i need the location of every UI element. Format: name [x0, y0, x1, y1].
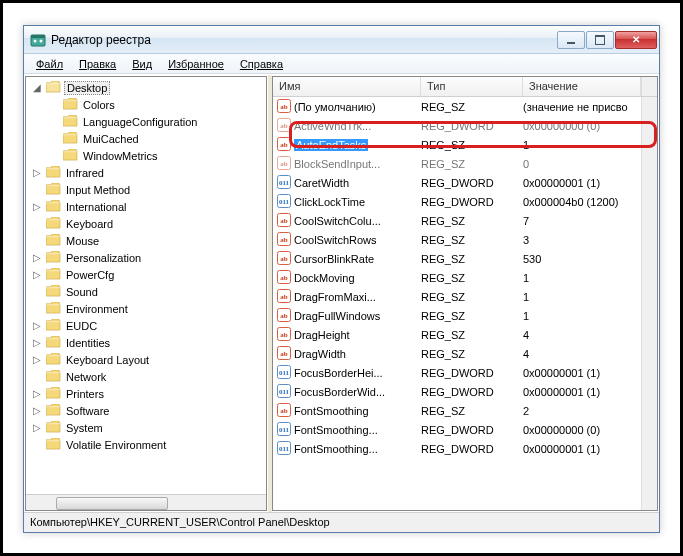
registry-value-row[interactable]: abFontSmoothingREG_SZ2	[273, 401, 641, 420]
registry-value-row[interactable]: abDockMovingREG_SZ1	[273, 268, 641, 287]
tree-item[interactable]: WindowMetrics	[26, 147, 266, 164]
registry-value-row[interactable]: abCursorBlinkRateREG_SZ530	[273, 249, 641, 268]
value-name: FontSmoothing...	[294, 424, 378, 436]
value-type: REG_DWORD	[421, 177, 523, 189]
registry-value-row[interactable]: abBlockSendInput...REG_SZ0	[273, 154, 641, 173]
menu-edit[interactable]: Правка	[71, 56, 124, 72]
registry-value-row[interactable]: abAutoEndTasksREG_SZ1	[273, 135, 641, 154]
registry-value-row[interactable]: ab(По умолчанию)REG_SZ(значение не присв…	[273, 97, 641, 116]
menu-view[interactable]: Вид	[124, 56, 160, 72]
value-type: REG_DWORD	[421, 443, 523, 455]
registry-value-row[interactable]: 011ClickLockTimeREG_DWORD0x000004b0 (120…	[273, 192, 641, 211]
tree-item-label: Desktop	[64, 81, 110, 95]
tree-expand-icon[interactable]: ▷	[30, 251, 43, 264]
tree-expand-icon[interactable]: ▷	[30, 166, 43, 179]
registry-value-row[interactable]: abCoolSwitchColu...REG_SZ7	[273, 211, 641, 230]
value-data: 530	[523, 253, 641, 265]
registry-values-list[interactable]: ab(По умолчанию)REG_SZ(значение не присв…	[273, 97, 641, 510]
folder-icon	[43, 166, 64, 180]
menu-help[interactable]: Справка	[232, 56, 291, 72]
tree-expand-icon[interactable]: ▷	[30, 200, 43, 213]
registry-value-row[interactable]: abDragWidthREG_SZ4	[273, 344, 641, 363]
tree-item[interactable]: ▷Printers	[26, 385, 266, 402]
value-data: 3	[523, 234, 641, 246]
registry-value-row[interactable]: 011CaretWidthREG_DWORD0x00000001 (1)	[273, 173, 641, 192]
tree-item[interactable]: ▷Personalization	[26, 249, 266, 266]
registry-value-row[interactable]: abActiveWndTrk...REG_DWORD0x00000000 (0)	[273, 116, 641, 135]
tree-item[interactable]: ▷International	[26, 198, 266, 215]
registry-value-row[interactable]: abDragFromMaxi...REG_SZ1	[273, 287, 641, 306]
column-header-value[interactable]: Значение	[523, 77, 641, 96]
tree-item-label: Colors	[81, 99, 117, 111]
value-type: REG_SZ	[421, 253, 523, 265]
column-header-type[interactable]: Тип	[421, 77, 523, 96]
tree-expand-icon[interactable]: ▷	[30, 421, 43, 434]
tree-view[interactable]: ◢DesktopColorsLanguageConfigurationMuiCa…	[26, 77, 266, 494]
tree-expand-icon[interactable]: ▷	[30, 336, 43, 349]
tree-expand-icon[interactable]: ▷	[30, 319, 43, 332]
statusbar: Компьютер\HKEY_CURRENT_USER\Control Pane…	[24, 512, 659, 532]
tree-item[interactable]: Network	[26, 368, 266, 385]
tree-item[interactable]: ▷PowerCfg	[26, 266, 266, 283]
tree-item[interactable]: ▷Keyboard Layout	[26, 351, 266, 368]
window-title: Редактор реестра	[51, 33, 557, 47]
tree-item-label: EUDC	[64, 320, 99, 332]
tree-item[interactable]: Keyboard	[26, 215, 266, 232]
tree-item[interactable]: ▷System	[26, 419, 266, 436]
close-button[interactable]: ✕	[615, 31, 657, 49]
registry-value-row[interactable]: 011FocusBorderWid...REG_DWORD0x00000001 …	[273, 382, 641, 401]
tree-item[interactable]: ▷EUDC	[26, 317, 266, 334]
registry-value-row[interactable]: 011FontSmoothing...REG_DWORD0x00000000 (…	[273, 420, 641, 439]
value-type: REG_SZ	[421, 329, 523, 341]
outer-frame: Редактор реестра ✕ Файл Правка Вид Избра…	[0, 0, 683, 556]
tree-item[interactable]: Environment	[26, 300, 266, 317]
svg-point-3	[40, 39, 43, 42]
value-type: REG_SZ	[421, 101, 523, 113]
value-name: DragFromMaxi...	[294, 291, 376, 303]
value-type: REG_SZ	[421, 310, 523, 322]
tree-item[interactable]: Sound	[26, 283, 266, 300]
registry-value-row[interactable]: abDragHeightREG_SZ4	[273, 325, 641, 344]
tree-item[interactable]: Mouse	[26, 232, 266, 249]
tree-expand-icon[interactable]: ▷	[30, 268, 43, 281]
tree-expand-icon[interactable]: ▷	[30, 387, 43, 400]
value-type-icon: ab	[277, 346, 291, 362]
minimize-button[interactable]	[557, 31, 585, 49]
tree-expand-icon[interactable]: ▷	[30, 353, 43, 366]
tree-horizontal-scrollbar[interactable]	[26, 494, 266, 510]
value-type-icon: ab	[277, 118, 291, 134]
tree-item[interactable]: LanguageConfiguration	[26, 113, 266, 130]
tree-item[interactable]: ▷Identities	[26, 334, 266, 351]
menu-favorites[interactable]: Избранное	[160, 56, 232, 72]
registry-value-row[interactable]: 011FontSmoothing...REG_DWORD0x00000001 (…	[273, 439, 641, 458]
value-type: REG_SZ	[421, 139, 523, 151]
tree-item[interactable]: ▷Software	[26, 402, 266, 419]
value-name: CaretWidth	[294, 177, 349, 189]
tree-item[interactable]: Input Method	[26, 181, 266, 198]
svg-text:ab: ab	[280, 160, 288, 168]
value-type: REG_DWORD	[421, 424, 523, 436]
list-header: Имя Тип Значение	[273, 77, 657, 97]
column-header-name[interactable]: Имя	[273, 77, 421, 96]
value-type: REG_SZ	[421, 234, 523, 246]
tree-item[interactable]: Colors	[26, 96, 266, 113]
tree-item[interactable]: Volatile Environment	[26, 436, 266, 453]
list-vertical-scrollbar[interactable]	[641, 97, 657, 510]
registry-value-row[interactable]: 011FocusBorderHei...REG_DWORD0x00000001 …	[273, 363, 641, 382]
tree-item-label: PowerCfg	[64, 269, 116, 281]
folder-icon	[43, 404, 64, 418]
registry-value-row[interactable]: abCoolSwitchRowsREG_SZ3	[273, 230, 641, 249]
menu-file[interactable]: Файл	[28, 56, 71, 72]
maximize-button[interactable]	[586, 31, 614, 49]
tree-expand-icon[interactable]: ▷	[30, 404, 43, 417]
tree-item-label: Environment	[64, 303, 130, 315]
value-data: 2	[523, 405, 641, 417]
tree-collapse-icon[interactable]: ◢	[30, 81, 43, 94]
tree-item[interactable]: MuiCached	[26, 130, 266, 147]
tree-item[interactable]: ▷Infrared	[26, 164, 266, 181]
registry-value-row[interactable]: abDragFullWindowsREG_SZ1	[273, 306, 641, 325]
titlebar[interactable]: Редактор реестра ✕	[24, 26, 659, 54]
svg-text:ab: ab	[280, 236, 288, 244]
svg-text:011: 011	[279, 388, 290, 396]
tree-item[interactable]: ◢Desktop	[26, 79, 266, 96]
